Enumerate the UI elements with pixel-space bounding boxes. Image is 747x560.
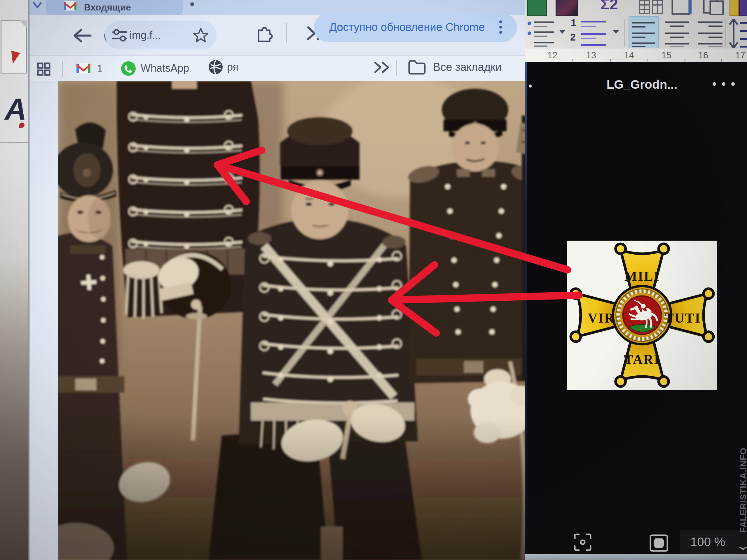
tab-close-icon[interactable] (190, 2, 194, 6)
watermark-site: FALERISTIKA.INFO (738, 437, 747, 533)
align-left-button[interactable] (628, 16, 659, 51)
adobe-mark-icon (8, 51, 20, 65)
divider (725, 19, 726, 47)
more-options-icon[interactable] (712, 81, 736, 87)
numbered-list-digit-1: 1 (571, 17, 576, 28)
zoom-level: 100 % (690, 535, 725, 549)
highlight-color-icon[interactable] (729, 0, 739, 16)
whatsapp-icon[interactable] (120, 60, 136, 77)
badge-label-bottom: TARI (624, 352, 660, 367)
divider (396, 60, 397, 76)
app-icon-accent (19, 123, 25, 128)
bookmark-star-icon[interactable] (192, 27, 209, 43)
numbered-list-button[interactable] (579, 19, 608, 48)
badge-label-left: VIR (588, 311, 615, 325)
badge-label-right: TUTI (665, 311, 701, 325)
address-bar[interactable]: img.f... (105, 21, 216, 49)
site-bookmark-label[interactable]: ря (227, 61, 238, 73)
desktop-edge: A (0, 0, 29, 560)
gmail-unread-count: 1 (97, 63, 103, 75)
image-thumbnail-icon[interactable] (556, 0, 578, 16)
tab-strip: Входящие (29, 0, 525, 15)
browser-toolbar: img.f... Доступно обновление Chrome (29, 15, 525, 56)
bookmarks-overflow-icon[interactable] (373, 61, 392, 74)
zoom-chevron-icon[interactable]: ⌄ (736, 538, 747, 553)
gmail-favicon (63, 1, 77, 11)
chrome-update-label: Доступно обновление Chrome (314, 21, 500, 33)
divider (62, 61, 63, 77)
all-bookmarks-folder-icon[interactable] (407, 59, 427, 76)
edit-scan-icon[interactable] (574, 533, 592, 551)
historical-group-photo[interactable] (58, 81, 538, 560)
divider (624, 19, 625, 47)
ruler: 12 13 14 15 16 17 (525, 48, 747, 63)
badge-image[interactable]: MILI VIR TUTI TARI (567, 241, 717, 390)
browser-menu-icon[interactable] (499, 18, 502, 36)
toolbar-clipped-row: Σ2 (525, 0, 747, 16)
all-bookmarks-label[interactable]: Все закладки (433, 61, 501, 74)
bookmarks-bar: 1 WhatsApp ря Все закладки (29, 56, 525, 81)
site-settings-icon[interactable] (112, 28, 127, 43)
text-frame-icon[interactable] (671, 0, 693, 15)
numbered-list-dropdown-icon[interactable] (612, 28, 620, 35)
badge-label-top: MILI (624, 269, 660, 284)
tab-search-icon[interactable] (32, 1, 43, 10)
viewer-dot (529, 85, 532, 87)
page-fold-icon (19, 20, 27, 28)
screen-photo: A Входящие (0, 0, 747, 560)
browser-window: Входящие img.f... (29, 0, 525, 560)
panel-edge (525, 62, 527, 560)
ruler-number: 15 (658, 50, 675, 61)
font-color-icon[interactable] (739, 0, 747, 16)
url-text: img.f... (130, 29, 161, 42)
window-seam (28, 0, 30, 560)
watermark: FALERISTIKA.INFO https://faleristika.inf… (738, 437, 747, 533)
table-style-icon[interactable] (527, 0, 547, 16)
extensions-icon[interactable] (254, 24, 274, 43)
bullet-list-button[interactable] (527, 19, 556, 47)
ruler-number: 16 (694, 50, 712, 61)
numbered-list-digit-2: 2 (570, 31, 576, 43)
pdf-file-icon[interactable] (1, 20, 27, 74)
bullet-list-dropdown-icon[interactable] (558, 28, 567, 35)
ruler-number: 17 (731, 50, 747, 61)
align-right-button[interactable] (698, 20, 723, 47)
fit-to-window-icon[interactable] (649, 534, 668, 552)
viewer-file-title: LG_Grodn... (595, 78, 689, 91)
divider (0, 142, 29, 143)
ruler-number: 13 (583, 50, 600, 61)
apps-grid-icon[interactable] (37, 62, 51, 76)
word-app-icon[interactable]: A (5, 94, 27, 124)
globe-favicon[interactable] (208, 59, 224, 75)
special-char-icon[interactable]: Σ2 (600, 0, 618, 12)
line-spacing-button[interactable] (729, 19, 747, 49)
gmail-bookmark-icon[interactable] (76, 62, 91, 74)
ruler-number: 12 (544, 50, 561, 61)
overlapping-pages-icon[interactable] (702, 0, 725, 15)
align-center-button[interactable] (665, 20, 690, 47)
tab-title: Входящие (84, 2, 131, 13)
whatsapp-label[interactable]: WhatsApp (140, 62, 189, 74)
chrome-update-button[interactable]: Доступно обновление Chrome (314, 14, 517, 42)
divider (286, 23, 287, 43)
insert-table-icon[interactable] (639, 0, 664, 15)
back-icon[interactable] (70, 26, 93, 45)
monitor-bezel (525, 554, 747, 560)
ruler-number: 14 (620, 50, 638, 61)
